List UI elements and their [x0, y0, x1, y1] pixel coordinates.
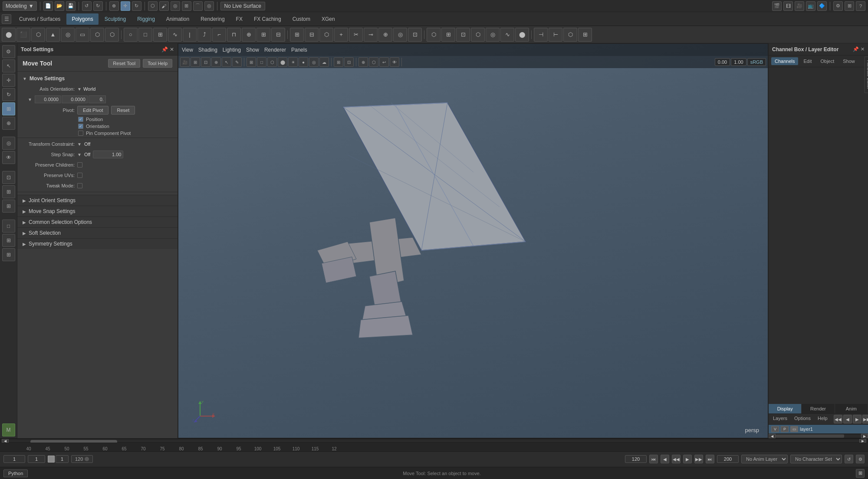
- helix-btn[interactable]: ∿: [168, 28, 182, 42]
- menu-toggle-btn[interactable]: ☰: [2, 14, 11, 24]
- layer-playback-vis-btn[interactable]: P: [781, 426, 789, 432]
- viewport-lighting-menu[interactable]: Lighting: [223, 47, 241, 53]
- reset-tool-btn[interactable]: Reset Tool: [108, 59, 140, 68]
- tab-xgen[interactable]: XGen: [316, 13, 340, 25]
- coord-y-input[interactable]: [62, 95, 88, 103]
- bevel-btn[interactable]: ⌐: [212, 28, 226, 42]
- move-snap-collapse[interactable]: ▶ Move Snap Settings: [17, 206, 178, 217]
- sidebar-uv-btn[interactable]: ⊞: [2, 234, 15, 247]
- deform-btn[interactable]: ⬡: [427, 28, 441, 42]
- insert-loop-btn[interactable]: ⊞: [290, 28, 304, 42]
- cylinder-btn[interactable]: ⬡: [31, 28, 45, 42]
- transform-comp-btn[interactable]: ⊡: [408, 28, 422, 42]
- offset-loop-btn[interactable]: ⊟: [305, 28, 319, 42]
- step-snap-arrow-icon[interactable]: ▼: [77, 152, 82, 157]
- channel-box-pin-icon[interactable]: 📌: [853, 46, 859, 52]
- view-render-btn[interactable]: 📺: [806, 1, 815, 11]
- hypershade-btn[interactable]: 🔷: [817, 1, 827, 11]
- blend-shape-btn[interactable]: ⬡: [471, 28, 485, 42]
- tab-rigging[interactable]: Rigging: [132, 13, 160, 25]
- cut-faces-btn[interactable]: ✂: [349, 28, 363, 42]
- skip-to-start-btn[interactable]: ⏮: [649, 455, 658, 463]
- edit-pivot-btn[interactable]: Edit Pivot: [77, 106, 108, 115]
- paint-select-btn[interactable]: 🖌: [159, 1, 169, 11]
- layers-subtab[interactable]: Layers: [770, 415, 790, 423]
- vp-frame-all-btn[interactable]: ⊞: [191, 57, 200, 67]
- boolean-btn[interactable]: ⊕: [242, 28, 256, 42]
- viewport-panels-menu[interactable]: Panels: [291, 47, 307, 53]
- select-tool-btn[interactable]: ⊕: [109, 1, 119, 11]
- sidebar-soft-select-btn[interactable]: ◎: [2, 137, 15, 150]
- orientation-checkbox[interactable]: ✓: [78, 124, 83, 129]
- frame-number-input[interactable]: [56, 455, 69, 463]
- wrap-btn[interactable]: ◎: [486, 28, 500, 42]
- no-anim-layer-dropdown[interactable]: No Anim Layer: [741, 455, 788, 463]
- step-snap-input[interactable]: [93, 151, 123, 158]
- timeline-scroll-right-btn[interactable]: ▶: [859, 439, 866, 443]
- vp-hud-btn[interactable]: ⊡: [344, 57, 354, 67]
- common-selection-collapse[interactable]: ▶ Common Selection Options: [17, 217, 178, 227]
- soft-mod-btn[interactable]: ⬤: [515, 28, 529, 42]
- open-file-btn[interactable]: 📂: [55, 1, 64, 11]
- rotate-tool-btn[interactable]: ↻: [132, 1, 141, 11]
- combine-btn[interactable]: ⊞: [256, 28, 270, 42]
- circle-btn[interactable]: ○: [124, 28, 138, 42]
- vp-wireframe-btn[interactable]: ⊞: [247, 57, 256, 67]
- pin-component-checkbox[interactable]: [78, 131, 83, 136]
- layer-prev-btn[interactable]: ◀◀: [834, 415, 842, 423]
- cluster-btn[interactable]: ⊡: [456, 28, 470, 42]
- sidebar-select-btn[interactable]: ↖: [2, 59, 15, 72]
- sphere-btn[interactable]: ⬤: [2, 28, 16, 42]
- render-seq-btn[interactable]: 🎞: [783, 1, 793, 11]
- right-scroll-thumb[interactable]: [776, 434, 844, 438]
- vp-shadow-btn[interactable]: ●: [299, 57, 308, 67]
- undo-btn[interactable]: ↺: [82, 1, 92, 11]
- vp-ao-btn[interactable]: ◎: [309, 57, 319, 67]
- vp-camera-btn[interactable]: 🎥: [180, 57, 190, 67]
- vp-paint-btn[interactable]: ✎: [232, 57, 242, 67]
- cube-btn[interactable]: ⬛: [16, 28, 30, 42]
- vp-iso-btn[interactable]: ⊕: [358, 57, 368, 67]
- no-character-set-dropdown[interactable]: No Character Set: [790, 455, 842, 463]
- play-back-btn[interactable]: ◀◀: [672, 455, 681, 463]
- sculpt-btn[interactable]: ⬡: [563, 28, 577, 42]
- viewport-view-menu[interactable]: View: [182, 47, 193, 53]
- play-fwd-btn[interactable]: ▶: [683, 455, 692, 463]
- coord-z-input[interactable]: [89, 95, 106, 103]
- tab-rendering[interactable]: Rendering: [195, 13, 230, 25]
- coord-dropdown-arrow-icon[interactable]: ▼: [28, 97, 32, 102]
- options-subtab[interactable]: Options: [792, 415, 813, 423]
- sidebar-scale-btn[interactable]: ⊞: [2, 102, 15, 115]
- lasso-select-btn[interactable]: ⬡: [148, 1, 158, 11]
- save-file-btn[interactable]: 💾: [66, 1, 76, 11]
- sidebar-universal-btn[interactable]: ⊕: [2, 117, 15, 130]
- workspace-dropdown[interactable]: Modeling ▼: [3, 1, 37, 11]
- reset-pivot-btn[interactable]: Reset: [111, 106, 135, 115]
- separate-btn[interactable]: ⊟: [271, 28, 285, 42]
- vp-smooth-shade-btn[interactable]: ⬡: [267, 57, 277, 67]
- tool-help-btn[interactable]: Tool Help: [143, 59, 172, 68]
- position-checkbox[interactable]: ✓: [78, 117, 83, 122]
- sidebar-rotate-btn[interactable]: ↻: [2, 88, 15, 101]
- grid-btn[interactable]: ⊞: [153, 28, 167, 42]
- viewport-renderer-menu[interactable]: Renderer: [264, 47, 286, 53]
- pipe-btn[interactable]: |: [183, 28, 197, 42]
- viewport-show-menu[interactable]: Show: [246, 47, 259, 53]
- settings-btn[interactable]: ⚙: [833, 1, 843, 11]
- joint-orient-collapse[interactable]: ▶ Joint Orient Settings: [17, 195, 178, 206]
- tab-animation[interactable]: Animation: [161, 13, 194, 25]
- help-subtab[interactable]: Help: [815, 415, 830, 423]
- sidebar-viewport-btn[interactable]: □: [2, 220, 15, 233]
- layer-next-btn[interactable]: ▶▶: [862, 415, 868, 423]
- sidebar-maya-logo-btn[interactable]: M: [2, 423, 15, 436]
- coord-x-input[interactable]: [35, 95, 61, 103]
- tab-sculpting[interactable]: Sculpting: [99, 13, 131, 25]
- target-weld-btn[interactable]: ◎: [393, 28, 407, 42]
- move-settings-collapse-icon[interactable]: ▼: [23, 76, 27, 81]
- axis-dropdown-arrow-icon[interactable]: ▼: [77, 87, 82, 92]
- display-tab[interactable]: Display: [769, 404, 802, 413]
- mirror-btn[interactable]: ⊣: [534, 28, 548, 42]
- right-scroll-right-btn[interactable]: ▶: [861, 434, 868, 438]
- sidebar-make-live-btn[interactable]: ⊡: [2, 171, 15, 184]
- fill-hole-btn[interactable]: ⬡: [319, 28, 333, 42]
